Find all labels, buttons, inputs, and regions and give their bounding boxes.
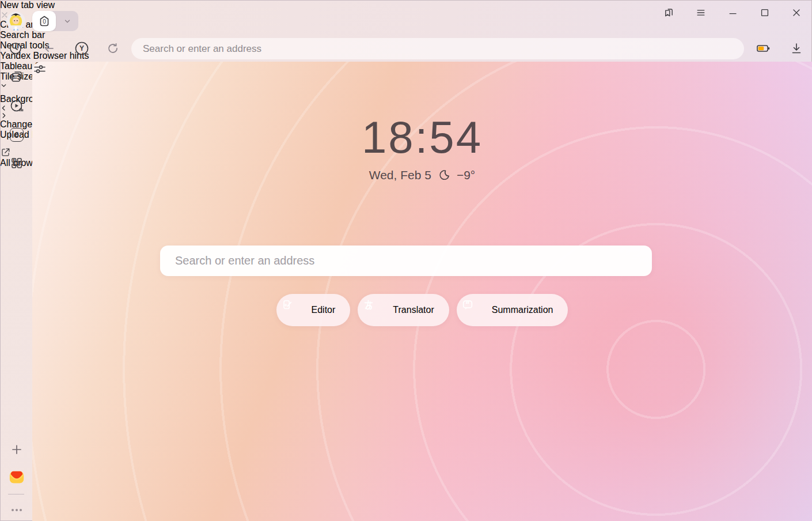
- tab-group: 0: [32, 11, 78, 31]
- editor-button[interactable]: Editor: [276, 294, 351, 326]
- translator-icon: [362, 299, 385, 322]
- sidebar-item-mail[interactable]: [9, 470, 24, 485]
- refresh-button[interactable]: [105, 41, 120, 56]
- tab-counter-badge-icon: 0: [38, 15, 51, 28]
- svg-text:“: “: [465, 300, 470, 308]
- sidebar-item-media[interactable]: [9, 99, 24, 114]
- profile-avatar[interactable]: [6, 12, 25, 31]
- sidebar-item-feed[interactable]: [9, 69, 24, 84]
- maximize-button[interactable]: [758, 6, 772, 20]
- sidebar-more-button[interactable]: [9, 503, 24, 518]
- tune-icon: [32, 62, 47, 77]
- newtab-settings-button[interactable]: [32, 62, 812, 77]
- summarization-button[interactable]: “ Summarization: [457, 294, 568, 326]
- refresh-icon: [106, 41, 120, 55]
- date-weather-row: Wed, Feb 5 −9°: [32, 168, 812, 182]
- yandex-mail-icon: [9, 469, 24, 485]
- maximize-icon: [759, 7, 771, 18]
- media-play-icon: [9, 99, 24, 114]
- chevron-down-icon: [63, 17, 71, 25]
- sidebar-divider: [8, 494, 24, 494]
- neural-tools-row: Editor Translator “: [32, 294, 812, 326]
- minimize-icon: [727, 7, 739, 18]
- editor-label: Editor: [312, 305, 336, 315]
- summarization-label: Summarization: [492, 305, 553, 315]
- back-button[interactable]: [41, 41, 56, 56]
- new-tab-page: 18:54 Wed, Feb 5 −9° Editor: [32, 62, 812, 521]
- battery-icon: [756, 41, 771, 55]
- browser-window: 0: [0, 0, 812, 521]
- editor-icon: [281, 299, 304, 322]
- history-button[interactable]: [8, 41, 23, 56]
- chevron-down-icon: [0, 82, 7, 89]
- menu-icon: [695, 7, 707, 18]
- chevron-right-icon: [0, 112, 7, 119]
- minimize-button[interactable]: [726, 6, 740, 20]
- newtab-search-input[interactable]: [160, 246, 652, 276]
- plus-icon: [10, 443, 24, 456]
- date-text: Wed, Feb 5: [369, 168, 431, 182]
- yandex-home-button[interactable]: Y: [74, 41, 89, 56]
- clock-time: 18:54: [32, 111, 812, 164]
- summarization-icon: “: [461, 299, 484, 322]
- address-bar-input[interactable]: [131, 38, 744, 59]
- tab-counter-box: 6: [10, 128, 24, 142]
- tab-counter-value: 6: [15, 131, 19, 139]
- download-icon: [790, 41, 803, 55]
- menu-button[interactable]: [694, 6, 708, 20]
- svg-text:0: 0: [43, 18, 46, 24]
- feed-icon: [10, 70, 24, 84]
- panels-button[interactable]: [662, 6, 676, 20]
- sidebar-item-apps[interactable]: [9, 156, 24, 171]
- history-clock-icon: [9, 41, 22, 55]
- battery-indicator[interactable]: [756, 41, 771, 56]
- sidebar-item-tabs[interactable]: 6: [9, 127, 24, 142]
- tab-list-dropdown[interactable]: [56, 17, 78, 25]
- more-dots-icon: [10, 503, 24, 517]
- svg-text:Y: Y: [79, 44, 84, 52]
- yandex-logo-icon: Y: [74, 41, 89, 56]
- moon-icon: [438, 169, 450, 182]
- translator-label: Translator: [393, 305, 434, 315]
- apps-grid-icon: [10, 156, 24, 170]
- downloads-button[interactable]: [789, 41, 804, 56]
- active-tab[interactable]: 0: [32, 11, 56, 31]
- chevron-left-icon: [0, 104, 7, 112]
- close-window-button[interactable]: [790, 6, 803, 20]
- translator-button[interactable]: Translator: [358, 294, 449, 326]
- avatar-illustration: [6, 12, 25, 31]
- back-arrow-icon: [42, 41, 56, 55]
- sidebar-add-button[interactable]: [9, 442, 24, 457]
- tab-strip: 0: [0, 0, 812, 36]
- bookmarks-icon: [663, 7, 675, 19]
- temperature-text: −9°: [457, 168, 475, 182]
- close-icon: [791, 7, 802, 18]
